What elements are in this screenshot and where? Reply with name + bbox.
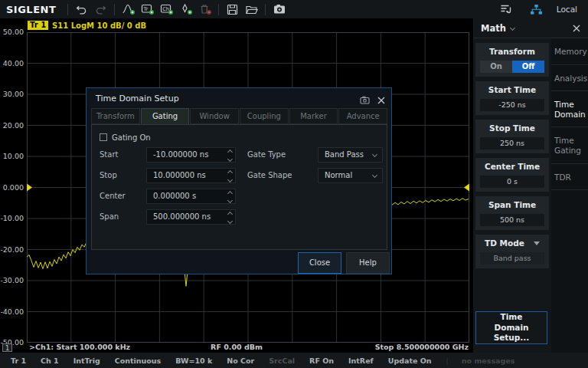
add-marker-icon bbox=[179, 3, 193, 15]
close-button[interactable]: Close bbox=[298, 252, 341, 274]
status-update[interactable]: Update On bbox=[388, 356, 432, 365]
time-domain-setup-dialog: Time Domain Setup Transform Gating Windo… bbox=[86, 87, 392, 274]
add-trace-button[interactable]: Tr bbox=[138, 2, 157, 17]
nav-item-tdr[interactable]: TDR bbox=[551, 164, 588, 191]
status-separator: | bbox=[446, 356, 449, 365]
start-time-panel: Start Time -250 ns bbox=[475, 81, 549, 115]
chevron-down-icon bbox=[510, 25, 515, 31]
sidebar-header: Math bbox=[473, 18, 588, 38]
transform-toggle: On Off bbox=[480, 61, 544, 73]
center-field[interactable]: 0.000000 s bbox=[146, 189, 236, 204]
gate-type-label: Gate Type bbox=[236, 150, 318, 159]
stop-field[interactable]: 10.000000 ns bbox=[146, 168, 236, 183]
network-status-button[interactable] bbox=[527, 2, 546, 17]
status-channel[interactable]: Ch 1 bbox=[41, 356, 59, 365]
toolbar-divider bbox=[114, 4, 115, 15]
center-spinner[interactable] bbox=[228, 192, 232, 202]
gating-tab-panel: Gating On Start -10.000000 ns Gate Type … bbox=[91, 124, 387, 250]
y-tick-label: 50.00 bbox=[0, 28, 24, 36]
dialog-close-button[interactable] bbox=[377, 93, 385, 107]
trace-header[interactable]: Tr 1 S11 LogM 10 dB/ 0 dB bbox=[28, 21, 146, 30]
save-icon bbox=[226, 4, 239, 15]
transform-on-button[interactable]: On bbox=[480, 61, 512, 73]
trace-number-badge[interactable]: Tr 1 bbox=[28, 21, 48, 30]
gate-type-value: Band Pass bbox=[325, 150, 364, 159]
stop-spinner[interactable] bbox=[228, 171, 232, 182]
toolbar-divider bbox=[218, 4, 219, 15]
add-channel-icon: Ch bbox=[160, 3, 174, 15]
rf-power-label: RF 0.00 dBm bbox=[211, 343, 263, 351]
add-channel-button[interactable]: Ch bbox=[157, 2, 176, 17]
y-tick-label: 40.00 bbox=[0, 59, 24, 67]
gate-shape-label: Gate Shape bbox=[236, 171, 318, 179]
nav-item-time-gating[interactable]: Time Gating bbox=[551, 127, 588, 163]
transform-off-button[interactable]: Off bbox=[512, 61, 544, 73]
sidebar-controls: Transform On Off Start Time -250 ns Stop… bbox=[475, 43, 549, 273]
tab-transform[interactable]: Transform bbox=[91, 108, 140, 124]
delete-button[interactable] bbox=[195, 2, 214, 17]
gating-on-checkbox[interactable] bbox=[100, 133, 107, 141]
td-mode-label[interactable]: TD Mode bbox=[485, 238, 524, 248]
span-field[interactable]: 500.000000 ns bbox=[146, 209, 236, 225]
toolbar-divider bbox=[265, 4, 266, 15]
add-measurement-button[interactable] bbox=[119, 2, 138, 17]
tab-marker[interactable]: Marker bbox=[289, 108, 338, 124]
tab-coupling[interactable]: Coupling bbox=[240, 108, 289, 124]
vna-screen: SIGLENT Tr bbox=[0, 0, 588, 368]
save-button[interactable] bbox=[223, 2, 242, 17]
help-button[interactable]: Help bbox=[346, 252, 390, 274]
start-time-value[interactable]: -250 ns bbox=[480, 99, 544, 111]
sidebar-nav: Memory Analysis Time Domain Time Gating … bbox=[551, 38, 588, 353]
tab-window[interactable]: Window bbox=[190, 108, 239, 124]
nav-item-memory[interactable]: Memory bbox=[551, 38, 588, 65]
control-mode-label[interactable]: Local bbox=[557, 5, 577, 14]
nav-item-analysis[interactable]: Analysis bbox=[551, 65, 588, 92]
dialog-tabs: Transform Gating Window Coupling Marker … bbox=[91, 108, 387, 124]
gate-shape-select[interactable]: Normal bbox=[318, 168, 383, 183]
stop-time-value[interactable]: 250 ns bbox=[480, 137, 544, 150]
gating-on-label: Gating On bbox=[112, 133, 151, 142]
menu-title[interactable]: Math bbox=[481, 23, 506, 34]
td-mode-panel: TD Mode Band pass bbox=[475, 235, 549, 268]
status-sweep-mode[interactable]: Continuous bbox=[115, 356, 162, 365]
sidebar-close-button[interactable] bbox=[573, 21, 580, 35]
gate-type-select[interactable]: Band Pass bbox=[318, 147, 383, 163]
undo-button[interactable] bbox=[72, 2, 91, 17]
channel-indicator[interactable]: 1 bbox=[2, 343, 12, 352]
time-domain-setup-button[interactable]: Time Domain Setup... bbox=[475, 311, 547, 344]
status-rf[interactable]: RF On bbox=[309, 356, 334, 365]
status-trace[interactable]: Tr 1 bbox=[11, 356, 26, 365]
status-bandwidth[interactable]: BW=10 k bbox=[175, 356, 212, 365]
center-time-value[interactable]: 0 s bbox=[480, 176, 544, 188]
tab-advance[interactable]: Advance bbox=[338, 108, 387, 124]
gate-shape-value: Normal bbox=[325, 171, 352, 179]
status-trigger[interactable]: IntTrig bbox=[74, 356, 100, 365]
open-file-button[interactable] bbox=[242, 2, 261, 17]
add-marker-button[interactable] bbox=[176, 2, 195, 17]
toolbar-right: Local bbox=[497, 2, 588, 17]
screenshot-button[interactable] bbox=[270, 2, 289, 17]
td-mode-value[interactable]: Band pass bbox=[480, 252, 544, 264]
start-field[interactable]: -10.000000 ns bbox=[146, 147, 236, 163]
nav-item-time-domain[interactable]: Time Domain bbox=[551, 91, 588, 127]
center-field-label: Center bbox=[100, 192, 146, 200]
y-tick-label: 30.00 bbox=[0, 90, 24, 98]
status-bar: Tr 1 Ch 1 IntTrig Continuous BW=10 k No … bbox=[0, 353, 588, 368]
start-spinner[interactable] bbox=[228, 150, 232, 161]
system-menu-button[interactable] bbox=[497, 2, 516, 17]
status-reference[interactable]: IntRef bbox=[348, 356, 374, 365]
span-time-value[interactable]: 500 ns bbox=[480, 214, 544, 226]
math-sidebar: Math Transform On Off Start Time -250 ns bbox=[473, 18, 588, 353]
status-correction[interactable]: No Cor bbox=[227, 356, 254, 365]
span-spinner[interactable] bbox=[228, 212, 232, 223]
tab-gating[interactable]: Gating bbox=[141, 108, 190, 124]
span-time-panel: Span Time 500 ns bbox=[475, 196, 549, 230]
trace-params-label: S11 LogM 10 dB/ 0 dB bbox=[52, 21, 146, 30]
redo-button[interactable] bbox=[91, 2, 110, 17]
center-time-label: Center Time bbox=[478, 162, 547, 171]
dialog-screenshot-button[interactable] bbox=[360, 93, 370, 107]
y-tick-label: 20.00 bbox=[0, 121, 24, 130]
status-srccal[interactable]: SrcCal bbox=[269, 356, 295, 365]
y-tick-label: 0.000 bbox=[0, 183, 24, 192]
system-menu-icon bbox=[499, 3, 513, 15]
